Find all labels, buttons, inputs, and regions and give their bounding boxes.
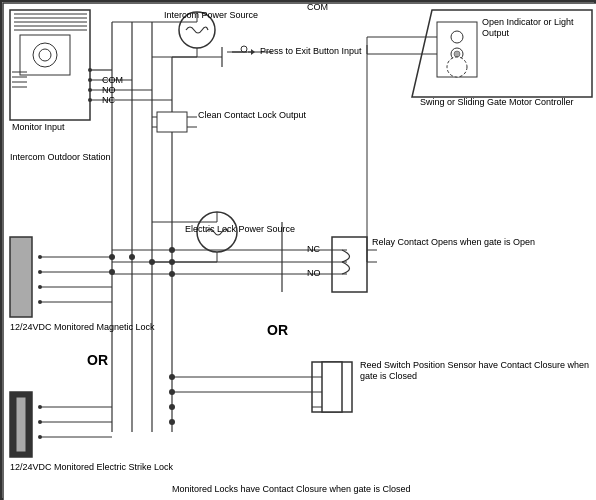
relay-contact-label: Relay Contact Opens when gate is Open [372,237,535,248]
nc1-label: NC [102,95,115,106]
monitored-locks-label: Monitored Locks have Contact Closure whe… [172,484,411,495]
reed-switch-label: Reed Switch Position Sensor have Contact… [360,360,594,382]
diagram-container: Monitor Input Intercom Outdoor Station I… [0,0,596,500]
or1-label: OR [87,352,108,369]
swing-gate-label: Swing or Sliding Gate Motor Controller [420,97,574,108]
com3-label: COM [307,2,328,13]
svg-point-96 [109,254,115,260]
svg-rect-62 [10,237,32,317]
clean-contact-label: Clean Contact Lock Output [198,110,306,121]
svg-point-83 [447,57,467,77]
svg-point-82 [454,51,460,57]
svg-point-105 [169,404,175,410]
svg-point-103 [169,374,175,380]
svg-point-20 [241,46,247,52]
wiring-diagram-svg [2,2,596,500]
svg-point-9 [39,49,51,61]
open-indicator-label: Open Indicator or Light Output [482,17,594,39]
press-to-exit-label: Press to Exit Button Input [260,46,362,57]
svg-point-80 [451,31,463,43]
electric-strike-label: 12/24VDC Monitored Electric Strike Lock [10,462,173,473]
monitor-input-label: Monitor Input [12,122,65,133]
svg-rect-72 [16,397,26,452]
nc2-label: NC [307,244,320,255]
intercom-power-label: Intercom Power Source [164,10,258,21]
magnetic-lock-label: 12/24VDC Monitored Magnetic Lock [10,322,155,333]
svg-point-104 [169,389,175,395]
intercom-outdoor-label: Intercom Outdoor Station [10,152,111,163]
electric-lock-power-label: Electric Lock Power Source [185,224,295,235]
svg-point-98 [129,254,135,260]
svg-rect-38 [157,112,187,132]
svg-rect-44 [332,237,367,292]
svg-rect-56 [322,362,342,412]
or2-label: OR [267,322,288,339]
no2-label: NO [307,268,321,279]
svg-point-106 [169,419,175,425]
